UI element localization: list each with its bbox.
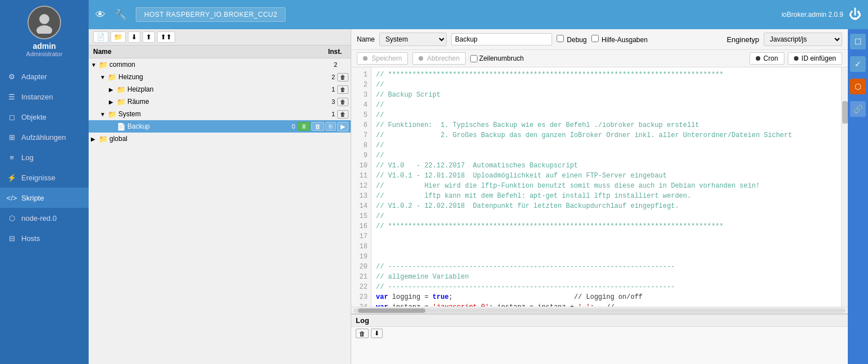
sidebar-label-adapter: Adapter — [21, 72, 47, 81]
tree-item-backup[interactable]: 📄 Backup 0 ⏸ 🗑 ⎘ ▶ — [89, 120, 351, 133]
tree-item-common[interactable]: ▼ 📁 common 2 — [89, 58, 351, 71]
delete-heizung-button[interactable]: 🗑 — [337, 73, 348, 81]
content-area: 📄 📁 ⬇ ⬆ ⬆⬆ Name Inst. ▼ 📁 common 2 — [89, 29, 868, 364]
sidebar-item-hosts[interactable]: ⊟ Hosts — [0, 228, 89, 248]
import-button[interactable]: ⬇ — [128, 31, 140, 43]
app-title: ioBroker.admin 2.0.9 — [782, 11, 843, 19]
item-name-common: common — [109, 61, 323, 69]
code-editor[interactable]: 1234567891011121314151617181920212223242… — [351, 67, 848, 307]
log-clear-button[interactable]: 🗑 — [356, 329, 369, 338]
user-role: Administrator — [26, 51, 63, 57]
host-button[interactable]: HOST RASPBERRY_IO.BROKER_CCU2 — [136, 7, 286, 22]
svg-point-1 — [36, 25, 52, 34]
item-count-heizplan: 1 — [320, 86, 337, 93]
tree-item-raeume[interactable]: ▶ 📁 Räume 3 🗑 — [89, 95, 351, 108]
export-button[interactable]: ⬆ — [143, 31, 155, 43]
cron-dot — [756, 56, 760, 61]
debug-checkbox[interactable] — [557, 35, 564, 42]
folder-icon-system: 📁 — [108, 110, 117, 119]
arrow-icon-global: ▶ — [91, 136, 99, 142]
delete-backup-button[interactable]: 🗑 — [311, 122, 324, 131]
power-icon[interactable]: ⏻ — [849, 7, 861, 22]
sidebar-item-objekte[interactable]: ◻ Objekte — [0, 107, 89, 127]
sidebar-item-adapter[interactable]: ⚙ Adapter — [0, 66, 89, 87]
cancel-button[interactable]: Abbrechen — [412, 52, 466, 65]
main-area: 👁 🔧 HOST RASPBERRY_IO.BROKER_CCU2 ioBrok… — [89, 0, 868, 364]
horizontal-scrollbar[interactable] — [351, 307, 848, 313]
cron-button[interactable]: Cron — [750, 52, 784, 65]
tree-item-heizplan[interactable]: ▶ 📁 Heizplan 1 🗑 — [89, 83, 351, 95]
sidebar-item-node-red[interactable]: ⬡ node-red.0 — [0, 208, 89, 228]
line-numbers: 1234567891011121314151617181920212223242… — [351, 67, 371, 307]
item-actions-raeume: 🗑 — [337, 98, 348, 106]
log-download-button[interactable]: ⬇ — [371, 329, 383, 338]
new-folder-button[interactable]: 📁 — [111, 31, 126, 43]
wrench-icon[interactable]: 🔧 — [114, 8, 127, 21]
script-icon-backup: 📄 — [117, 122, 126, 131]
avatar — [27, 6, 61, 39]
code-content[interactable]: // *************************************… — [371, 67, 841, 307]
sidebar-item-ereignisse[interactable]: ⚡ Ereignisse — [0, 167, 89, 188]
arrow-icon-system: ▼ — [100, 111, 108, 117]
hilfe-checkbox[interactable] — [591, 35, 599, 42]
folder-icon-raeume: 📁 — [117, 98, 126, 106]
item-name-global: global — [109, 135, 332, 143]
log-toolbar: 🗑 ⬇ — [351, 327, 848, 340]
save-button[interactable]: Speichern — [357, 52, 408, 65]
name-group-select[interactable]: System — [379, 33, 447, 46]
zeilenumbruch-checkbox[interactable] — [470, 55, 477, 62]
tree-item-heizung[interactable]: ▼ 📁 Heizung 2 🗑 — [89, 71, 351, 83]
scrollbar-thumb[interactable] — [842, 101, 848, 124]
item-name-backup: Backup — [127, 122, 281, 130]
sidebar-label-ereignisse: Ereignisse — [21, 174, 56, 182]
sidebar-item-log[interactable]: ≡ Log — [0, 147, 89, 167]
file-list: ▼ 📁 common 2 ▼ 📁 Heizung 2 🗑 — [89, 58, 351, 364]
h-scrollbar-track[interactable] — [353, 308, 846, 313]
arrow-icon-raeume: ▶ — [109, 99, 117, 105]
delete-system-button[interactable]: 🗑 — [337, 110, 348, 119]
scrollbar-track[interactable] — [842, 67, 848, 307]
vertical-scrollbar[interactable] — [841, 67, 848, 307]
editor-toolbar: Speichern Abbrechen Zeilenumbruch Cron — [351, 50, 848, 67]
file-icon: ≡ — [7, 152, 17, 162]
tree-item-system[interactable]: ▼ 📁 System 1 🗑 — [89, 108, 351, 120]
item-name-system: System — [118, 110, 320, 118]
h-scrollbar-thumb[interactable] — [358, 308, 425, 313]
delete-raeume-button[interactable]: 🗑 — [337, 98, 348, 106]
tree-item-global[interactable]: ▶ 📁 global — [89, 133, 351, 145]
cancel-dot — [419, 56, 423, 61]
arrow-icon: ▼ — [91, 62, 99, 68]
engine-select[interactable]: Javascript/js TypeScript/ts Blockly Rule… — [764, 33, 842, 46]
item-actions-heizung: 🗑 — [337, 73, 348, 81]
folder-icon-common: 📁 — [99, 61, 108, 69]
name-label: Name — [357, 35, 375, 43]
export2-button[interactable]: ⬆⬆ — [157, 31, 175, 43]
id-button[interactable]: ID einfügen — [788, 52, 842, 65]
folder-icon-heizung: 📁 — [108, 73, 117, 81]
box-icon[interactable]: ☐ — [850, 34, 866, 49]
id-dot — [794, 56, 798, 61]
run-backup-button[interactable]: ▶ — [337, 122, 348, 131]
pause-backup-button[interactable]: ⏸ — [297, 122, 310, 131]
check-icon[interactable]: ✓ — [850, 56, 866, 72]
arrow-icon-heizplan: ▶ — [109, 87, 117, 93]
engine-label: Enginetyp — [727, 35, 759, 44]
link-icon[interactable]: 🔗 — [850, 101, 866, 117]
file-toolbar: 📄 📁 ⬇ ⬆ ⬆⬆ — [89, 29, 351, 46]
name-script-input[interactable] — [451, 33, 552, 46]
copy-backup-button[interactable]: ⎘ — [325, 122, 336, 131]
sidebar-item-skripte[interactable]: </> Skripte — [0, 188, 89, 208]
sidebar: admin Administrator ⚙ Adapter ☰ Instanze… — [0, 0, 89, 364]
node-red-icon[interactable]: ⬡ — [850, 79, 866, 94]
item-actions-backup: ⏸ 🗑 ⎘ ▶ — [297, 122, 348, 131]
new-file-button[interactable]: 📄 — [93, 31, 108, 43]
delete-heizplan-button[interactable]: 🗑 — [337, 85, 348, 94]
save-dot — [363, 56, 368, 61]
topbar: 👁 🔧 HOST RASPBERRY_IO.BROKER_CCU2 ioBrok… — [89, 0, 868, 29]
eye-icon[interactable]: 👁 — [95, 9, 105, 21]
arrow-icon-heizung: ▼ — [100, 74, 108, 80]
sidebar-label-instanzen: Instanzen — [21, 93, 53, 101]
sidebar-item-aufzaehlungen[interactable]: ⊞ Aufzählungen — [0, 127, 89, 147]
log-panel: Log 🗑 ⬇ — [351, 313, 848, 364]
sidebar-item-instanzen[interactable]: ☰ Instanzen — [0, 87, 89, 107]
